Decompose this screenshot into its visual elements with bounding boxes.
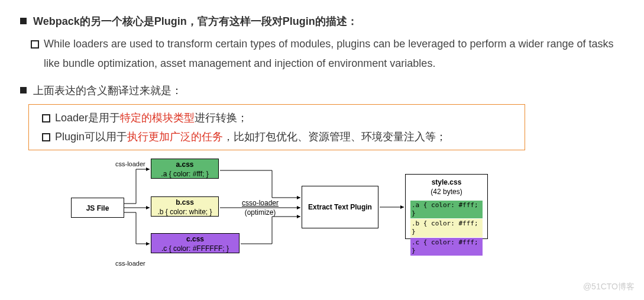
- text: (optimize): [239, 208, 281, 218]
- point-plugin: Plugin可以用于执行更加广泛的任务，比如打包优化、资源管理、环境变量注入等；: [40, 127, 522, 146]
- filename: c.css: [154, 235, 237, 244]
- rule: .b { color: white; }: [154, 208, 216, 217]
- filesize: (42 bytes): [410, 188, 483, 197]
- text: Plugin可以用于: [55, 131, 127, 143]
- box-b-css: b.css .b { color: white; }: [151, 196, 219, 217]
- filename: b.css: [154, 198, 216, 208]
- heading-1: Webpack的另一个核心是Plugin，官方有这样一段对Plugin的描述：: [18, 12, 626, 31]
- filename: a.css: [154, 160, 216, 170]
- box-js-file: JS File: [71, 198, 124, 218]
- output-rule-b: .b { color: #fff; }: [410, 219, 483, 237]
- text-red: 特定的模块类型: [120, 112, 195, 124]
- box-c-css: c.css .c { color: #FFFFFF; }: [151, 233, 240, 253]
- output-rule-c: .c { color: #fff; }: [410, 238, 483, 256]
- text: Loader是用于: [55, 112, 120, 124]
- box-a-css: a.css .a { color: #fff; }: [151, 159, 219, 179]
- text: csso-loader: [239, 199, 281, 208]
- heading-2: 上面表达的含义翻译过来就是：: [18, 81, 626, 100]
- label-csso-loader: csso-loader (optimize): [237, 198, 284, 218]
- english-quote: While loaders are used to transform cert…: [28, 34, 626, 73]
- text: ，比如打包优化、资源管理、环境变量注入等；: [223, 131, 446, 143]
- box-extract-text-plugin: Extract Text Plugin: [302, 186, 378, 228]
- label-css-loader-bottom: css-loader: [115, 258, 145, 270]
- text-red: 执行更加广泛的任务: [127, 131, 223, 143]
- point-loader: Loader是用于特定的模块类型进行转换；: [40, 108, 522, 127]
- box-style-css: style.css (42 bytes) .a { color: #fff; }…: [405, 174, 488, 239]
- label-css-loader-top: css-loader: [115, 159, 145, 170]
- rule: .c { color: #FFFFFF; }: [154, 244, 237, 254]
- highlight-box: Loader是用于特定的模块类型进行转换； Plugin可以用于执行更加广泛的任…: [28, 104, 525, 151]
- watermark: @51CTO博客: [583, 279, 635, 281]
- text: 进行转换；: [195, 112, 248, 124]
- output-rule-a: .a { color: #fff; }: [410, 201, 483, 219]
- filename: style.css: [410, 178, 483, 188]
- rule: .a { color: #fff; }: [154, 170, 216, 179]
- webpack-diagram: css-loader css-loader JS File a.css .a {…: [71, 156, 532, 269]
